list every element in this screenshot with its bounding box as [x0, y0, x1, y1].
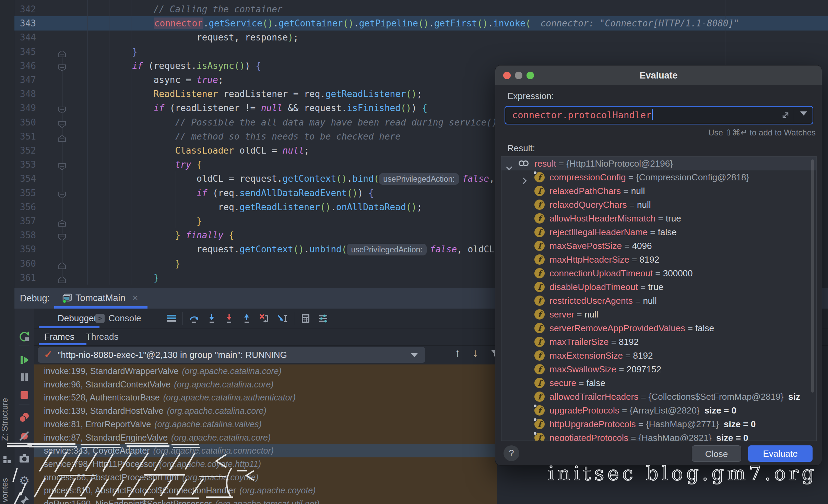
fold-marker-icon[interactable]	[58, 218, 66, 225]
result-tree[interactable]: result = {Http11NioProtocol@2196}fcompre…	[501, 156, 817, 441]
help-button[interactable]: ?	[504, 445, 519, 461]
chevron-down-icon[interactable]	[507, 161, 511, 170]
tab-console-label: Console	[108, 309, 141, 328]
code-line[interactable]: 344request, response);	[14, 30, 828, 45]
evaluate-expression-icon[interactable]	[300, 313, 311, 324]
line-number[interactable]: 352	[14, 143, 36, 158]
line-number[interactable]: 353	[14, 157, 36, 172]
close-button[interactable]: Close	[692, 445, 741, 462]
result-row[interactable]: fdisableUploadTimeout = true	[501, 280, 816, 294]
line-number[interactable]: 358	[14, 228, 36, 242]
line-number[interactable]: 355	[14, 186, 36, 200]
stack-frame-row[interactable]: invoke:139, StandardHostValve(org.apache…	[34, 404, 497, 418]
result-row[interactable]: fallowHostHeaderMismatch = true	[501, 212, 816, 225]
line-number[interactable]: 347	[14, 73, 36, 87]
line-number[interactable]: 343	[14, 16, 36, 31]
result-row[interactable]: fmaxSwallowSize = 2097152	[501, 362, 816, 376]
line-number[interactable]: 354	[14, 171, 36, 186]
fold-marker-icon[interactable]	[58, 161, 66, 168]
result-row[interactable]: fsecure = false	[501, 376, 816, 390]
line-number[interactable]: 359	[14, 242, 36, 256]
view-breakpoints-icon[interactable]	[18, 411, 31, 424]
fold-marker-icon[interactable]	[58, 119, 66, 126]
result-row[interactable]: fallowedTrailerHeaders = {Collections$Se…	[501, 390, 816, 404]
fold-marker-icon[interactable]	[58, 62, 66, 69]
result-row[interactable]: frelaxedQueryChars = null	[501, 198, 816, 212]
line-number[interactable]: 361	[14, 271, 36, 285]
fold-marker-icon[interactable]	[58, 48, 66, 55]
code-line[interactable]: 345}	[14, 45, 828, 59]
line-number[interactable]: 349	[14, 101, 36, 115]
stop-icon[interactable]	[18, 389, 31, 401]
drop-frame-icon[interactable]	[259, 313, 270, 324]
chevron-right-icon[interactable]	[521, 175, 526, 184]
fold-marker-icon[interactable]	[58, 190, 66, 196]
tab-debugger[interactable]: Debugger	[58, 309, 97, 328]
dialog-titlebar[interactable]: Evaluate	[495, 65, 822, 85]
line-number[interactable]: 357	[14, 214, 36, 228]
previous-frame-icon[interactable]: ↑	[455, 347, 460, 359]
result-row[interactable]: fmaxSavePostSize = 4096	[501, 239, 816, 253]
result-row[interactable]: fmaxExtensionSize = 8192	[501, 349, 816, 362]
evaluate-button[interactable]: Evaluate	[748, 445, 813, 462]
result-row-text: restrictedUserAgents = null	[549, 294, 657, 308]
pause-icon[interactable]	[18, 371, 31, 383]
line-number[interactable]: 356	[14, 200, 36, 214]
stack-frame-row[interactable]: invoke:528, AuthenticatorBase(org.apache…	[34, 391, 497, 404]
field-icon: f	[534, 296, 545, 306]
expand-editor-icon[interactable]	[781, 111, 790, 120]
tab-frames[interactable]: Frames	[44, 328, 74, 345]
thread-selector-dropdown[interactable]: ✓ "http-nio-8080-exec-1"@2,130 in group …	[38, 347, 425, 363]
debug-panel-label: Debug:	[20, 288, 50, 309]
result-row[interactable]: fserver = null	[501, 308, 816, 321]
close-icon[interactable]: ×	[132, 288, 138, 308]
result-row[interactable]: fserverRemoveAppProvidedValues = false	[501, 321, 816, 335]
result-row[interactable]: fupgradeProtocols = {ArrayList@2820}size…	[501, 404, 816, 417]
frame-package: (org.apache.catalina.authenticator)	[163, 393, 296, 402]
settings-sliders-icon[interactable]	[318, 313, 329, 324]
result-row[interactable]: fmaxTrailerSize = 8192	[501, 335, 816, 349]
history-dropdown-icon[interactable]	[800, 111, 807, 116]
line-number[interactable]: 346	[14, 59, 36, 73]
resume-icon[interactable]	[18, 354, 31, 366]
code-line[interactable]: 343connector.getService().getContainer()…	[14, 16, 828, 31]
tab-threads[interactable]: Threads	[86, 328, 118, 345]
add-to-watches-hint: Use ⇧⌘↵ to add to Watches	[708, 128, 816, 137]
fold-marker-icon[interactable]	[58, 232, 66, 239]
fold-marker-icon[interactable]	[58, 105, 66, 111]
line-number[interactable]: 348	[14, 87, 36, 101]
expression-input[interactable]: connector.protocolHandler	[505, 106, 813, 124]
result-row[interactable]: fconnectionUploadTimeout = 300000	[501, 266, 816, 280]
step-into-icon[interactable]	[206, 313, 217, 324]
line-number[interactable]: 350	[14, 115, 36, 130]
line-number[interactable]: 344	[14, 30, 36, 45]
result-row-text: rejectIllegalHeaderName = false	[549, 225, 677, 239]
line-number[interactable]: 342	[14, 2, 36, 16]
result-row[interactable]: result = {Http11NioProtocol@2196}	[501, 157, 816, 170]
code-line[interactable]: 342// Calling the container	[14, 2, 828, 16]
line-number[interactable]: 345	[14, 45, 36, 59]
result-row[interactable]: fmaxHttpHeaderSize = 8192	[501, 253, 816, 266]
layout-options-icon[interactable]	[166, 313, 177, 324]
result-row[interactable]: fhttpUpgradeProtocols = {HashMap@2771}si…	[501, 417, 816, 431]
force-step-into-icon[interactable]	[224, 313, 235, 324]
line-number[interactable]: 351	[14, 129, 36, 144]
fold-marker-icon[interactable]	[58, 274, 66, 281]
stack-frame-row[interactable]: invoke:96, StandardContextValve(org.apac…	[34, 378, 497, 391]
result-row[interactable]: fcompressionConfig = {CompressionConfig@…	[501, 170, 816, 184]
fold-marker-icon[interactable]	[58, 133, 66, 140]
result-row-text: maxSavePostSize = 4096	[549, 239, 652, 253]
stack-frame-row[interactable]: invoke:199, StandardWrapperValve(org.apa…	[34, 364, 497, 378]
result-row[interactable]: frelaxedPathChars = null	[501, 184, 816, 198]
fold-marker-icon[interactable]	[58, 260, 66, 267]
result-row[interactable]: frestrictedUserAgents = null	[501, 294, 816, 308]
next-frame-icon[interactable]: ↓	[473, 347, 478, 359]
rerun-icon[interactable]	[18, 331, 31, 343]
step-over-icon[interactable]	[189, 313, 200, 324]
run-to-cursor-icon[interactable]	[276, 313, 287, 324]
step-out-icon[interactable]	[241, 313, 252, 324]
line-number[interactable]: 360	[14, 256, 36, 271]
scrollbar-thumb[interactable]	[811, 159, 814, 393]
result-row[interactable]: fnegotiatedProtocols = {HashMap@2821}siz…	[501, 431, 816, 441]
result-row[interactable]: frejectIllegalHeaderName = false	[501, 225, 816, 239]
